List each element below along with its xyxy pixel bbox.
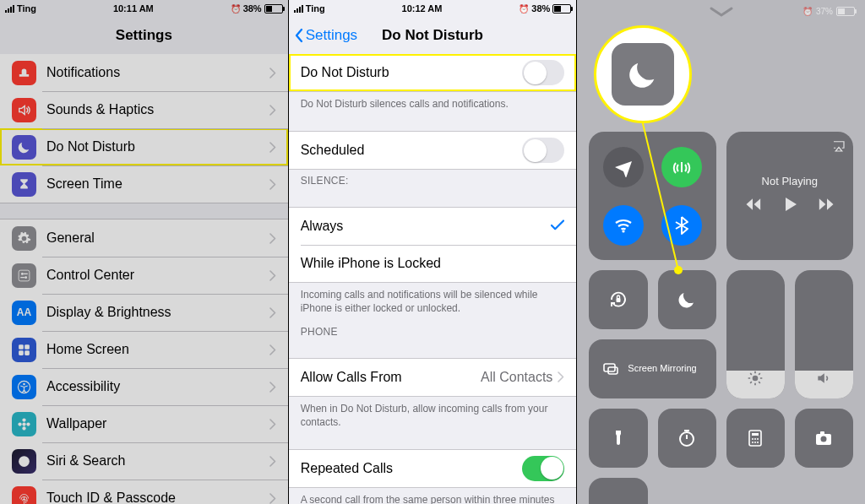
timer-button[interactable] xyxy=(658,409,716,468)
row-label: While iPhone is Locked xyxy=(301,256,565,271)
chevron-right-icon xyxy=(269,142,276,153)
settings-list[interactable]: Notifications Sounds & Haptics Do Not Di… xyxy=(0,54,288,504)
cellular-data-button[interactable] xyxy=(661,147,702,187)
row-scheduled[interactable]: Scheduled xyxy=(289,132,577,169)
row-touchid-passcode[interactable]: Touch ID & Passcode xyxy=(0,480,288,504)
row-siri-search[interactable]: Siri & Search xyxy=(0,442,288,480)
row-label: Siri & Search xyxy=(46,453,269,469)
row-silence-always[interactable]: Always xyxy=(289,208,577,245)
battery-pct: 38% xyxy=(243,3,262,14)
row-label: Do Not Disturb xyxy=(46,139,269,154)
silence-header: SILENCE: xyxy=(289,170,577,192)
dnd-switch[interactable] xyxy=(522,60,564,85)
row-silence-locked[interactable]: While iPhone is Locked xyxy=(289,245,577,282)
callout-dnd-tile xyxy=(594,25,692,123)
siri-icon xyxy=(12,449,36,474)
chevron-left-icon xyxy=(294,28,304,43)
page-title: Settings xyxy=(116,27,172,44)
back-button[interactable]: Settings xyxy=(294,17,357,54)
row-label: Sounds & Haptics xyxy=(46,102,269,117)
play-button[interactable] xyxy=(780,194,800,218)
panel-settings-root: Ting 10:11 AM ⏰ 38% Settings Notificatio… xyxy=(0,0,288,504)
hourglass-icon xyxy=(12,172,36,197)
grabber-icon[interactable] xyxy=(710,7,733,17)
row-display-brightness[interactable]: AA Display & Brightness xyxy=(0,294,288,331)
dnd-list[interactable]: Do Not Disturb Do Not Disturb silences c… xyxy=(289,54,577,504)
gear-icon xyxy=(12,226,36,251)
prev-track-button[interactable] xyxy=(744,196,761,216)
row-do-not-disturb[interactable]: Do Not Disturb xyxy=(0,128,288,165)
calculator-button[interactable] xyxy=(726,409,785,468)
nav-bar: Settings Do Not Disturb xyxy=(289,17,577,55)
battery-pct: 37% xyxy=(816,7,833,16)
alarm-icon: ⏰ xyxy=(231,4,241,14)
fingerprint-icon xyxy=(12,486,36,505)
row-sounds-haptics[interactable]: Sounds & Haptics xyxy=(0,91,288,128)
row-label: Wallpaper xyxy=(46,416,269,431)
row-home-screen[interactable]: Home Screen xyxy=(0,331,288,368)
airplane-mode-button[interactable] xyxy=(603,147,644,187)
connectivity-tile[interactable] xyxy=(589,132,715,260)
next-track-button[interactable] xyxy=(819,196,835,216)
row-notifications[interactable]: Notifications xyxy=(0,54,288,91)
notifications-icon xyxy=(12,61,36,85)
row-label: Accessibility xyxy=(46,379,269,394)
camera-button[interactable] xyxy=(795,409,853,468)
row-label: Home Screen xyxy=(46,342,269,357)
row-label: Do Not Disturb xyxy=(301,65,523,80)
battery-pct: 38% xyxy=(531,3,550,14)
bedtime-button[interactable] xyxy=(589,478,647,504)
brightness-slider[interactable] xyxy=(726,270,785,398)
scheduled-switch[interactable] xyxy=(522,138,564,163)
row-label: Always xyxy=(301,219,552,234)
row-dnd-toggle[interactable]: Do Not Disturb xyxy=(289,54,577,91)
chevron-right-icon xyxy=(269,419,276,430)
chevron-right-icon xyxy=(269,105,276,116)
clock-label: 10:11 AM xyxy=(113,3,154,14)
row-label: Control Center xyxy=(46,268,269,283)
chevron-right-icon xyxy=(269,382,276,393)
screen-mirroring-button[interactable]: Screen Mirroring xyxy=(589,339,715,398)
status-bar: Ting 10:12 AM ⏰ 38% xyxy=(289,0,577,17)
alarm-icon: ⏰ xyxy=(802,7,813,16)
chevron-right-icon xyxy=(269,68,276,79)
moon-icon xyxy=(612,43,674,106)
status-bar: Ting 10:11 AM ⏰ 38% xyxy=(0,0,288,17)
row-label: Repeated Calls xyxy=(301,461,523,476)
dnd-button[interactable] xyxy=(658,270,716,329)
row-repeated-calls[interactable]: Repeated Calls xyxy=(289,450,577,487)
chevron-right-icon xyxy=(269,179,276,190)
row-general[interactable]: General xyxy=(0,219,288,257)
volume-icon xyxy=(815,370,832,390)
media-title: Not Playing xyxy=(762,175,818,187)
row-allow-calls-from[interactable]: Allow Calls From All Contacts xyxy=(289,359,577,396)
back-label: Settings xyxy=(306,27,357,44)
screen-mirroring-label: Screen Mirroring xyxy=(628,363,696,374)
row-label: Notifications xyxy=(46,65,269,80)
carrier-label: Ting xyxy=(306,3,325,14)
alarm-icon: ⏰ xyxy=(519,4,529,14)
panel-dnd-settings: Ting 10:12 AM ⏰ 38% Settings Do Not Dist… xyxy=(289,0,577,504)
volume-slider[interactable] xyxy=(795,270,853,398)
row-screen-time[interactable]: Screen Time xyxy=(0,165,288,203)
sounds-icon xyxy=(12,98,36,122)
cc-status: ⏰ 37% xyxy=(802,7,855,16)
bluetooth-button[interactable] xyxy=(661,205,702,246)
flashlight-button[interactable] xyxy=(589,409,647,468)
wifi-button[interactable] xyxy=(603,205,644,246)
row-label: General xyxy=(46,230,269,246)
row-wallpaper[interactable]: Wallpaper xyxy=(0,405,288,442)
row-control-center[interactable]: Control Center xyxy=(0,257,288,294)
row-label: Touch ID & Passcode xyxy=(46,490,269,504)
orientation-lock-button[interactable] xyxy=(589,270,647,329)
carrier-label: Ting xyxy=(17,3,36,14)
row-accessibility[interactable]: Accessibility xyxy=(0,368,288,405)
chevron-right-icon xyxy=(269,344,276,355)
repeated-switch[interactable] xyxy=(522,456,564,481)
airplay-icon[interactable] xyxy=(831,138,846,157)
signal-icon xyxy=(294,5,303,13)
clock-label: 10:12 AM xyxy=(402,3,443,14)
row-label: Scheduled xyxy=(301,143,523,158)
media-tile[interactable]: Not Playing xyxy=(726,132,853,260)
sliders-icon xyxy=(12,263,36,288)
